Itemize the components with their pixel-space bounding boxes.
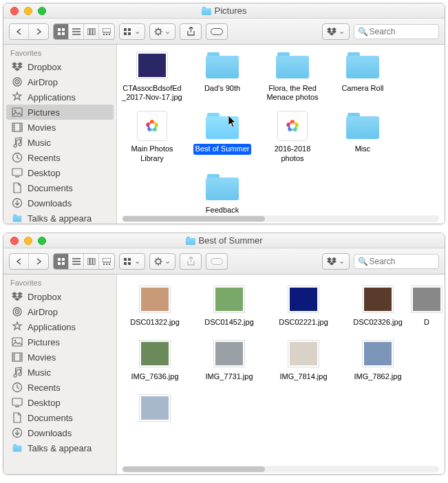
file-item[interactable]: Dad's 90th: [190, 50, 255, 103]
svg-rect-34: [103, 264, 105, 265]
sidebar-item-movies[interactable]: Movies: [3, 350, 116, 365]
file-item[interactable]: [122, 393, 187, 426]
sidebar-item-dropbox[interactable]: Dropbox: [3, 289, 116, 304]
folder-icon: [345, 111, 381, 141]
svg-point-21: [14, 110, 17, 112]
sidebar-item-documents[interactable]: Documents: [3, 180, 116, 195]
zoom-button[interactable]: [38, 237, 46, 245]
sidebar-item-desktop[interactable]: Desktop: [3, 395, 116, 410]
file-item[interactable]: DSC01322.jpg: [122, 284, 187, 328]
scrollbar-horizontal[interactable]: [122, 215, 439, 222]
sidebar-icon: [12, 412, 23, 423]
gallery-view-button[interactable]: [99, 254, 114, 269]
file-item[interactable]: Main Photos Library: [120, 111, 184, 163]
sidebar-icon: [12, 291, 23, 302]
svg-rect-27: [62, 258, 65, 261]
sidebar-item-airdrop[interactable]: AirDrop: [3, 74, 116, 89]
svg-point-47: [14, 340, 17, 342]
toolbar: ⌄ ⌄ ⌄ 🔍: [3, 19, 445, 45]
group-by-button[interactable]: ⌄: [119, 253, 145, 270]
sidebar-item-label: Documents: [28, 413, 73, 423]
file-item[interactable]: Camera Roll: [330, 50, 395, 103]
action-button[interactable]: ⌄: [149, 23, 175, 40]
close-button[interactable]: [10, 7, 19, 15]
zoom-button[interactable]: [38, 7, 46, 15]
file-item[interactable]: DSC01452.jpg: [197, 284, 262, 328]
dropbox-button[interactable]: ⌄: [322, 253, 350, 270]
content-area[interactable]: DSC01322.jpgDSC01452.jpgDSC02221.jpgDSC0…: [117, 275, 445, 474]
sidebar-item-music[interactable]: Music: [3, 135, 116, 150]
file-item[interactable]: Flora, the Red Menace photos: [260, 50, 325, 103]
sidebar-item-pictures[interactable]: Pictures: [6, 105, 114, 120]
file-item[interactable]: IMG_7636.jpg: [122, 339, 187, 382]
icon-view-button[interactable]: [54, 24, 69, 39]
column-view-button[interactable]: [84, 254, 99, 269]
sidebar-item-recents[interactable]: Recents: [3, 150, 116, 165]
group-by-button[interactable]: ⌄: [119, 23, 145, 40]
sidebar-item-downloads[interactable]: Downloads: [3, 425, 116, 440]
minimize-button[interactable]: [24, 237, 32, 245]
sidebar-item-label: Movies: [28, 352, 56, 363]
sidebar-item-talks-appeara[interactable]: Talks & appeara: [3, 211, 116, 224]
sidebar-item-applications[interactable]: Applications: [3, 89, 116, 105]
list-view-button[interactable]: [69, 254, 84, 269]
file-item-label: Flora, the Red Menace photos: [260, 83, 325, 103]
forward-button[interactable]: [29, 24, 48, 39]
svg-rect-46: [12, 338, 22, 346]
image-thumbnail: [409, 284, 445, 314]
action-button[interactable]: ⌄: [149, 253, 175, 270]
sidebar-item-airdrop[interactable]: AirDrop: [3, 304, 116, 319]
svg-rect-3: [62, 32, 65, 35]
dropbox-button[interactable]: ⌄: [322, 23, 350, 40]
file-item-label: Camera Roll: [339, 83, 385, 94]
sidebar-item-label: Downloads: [28, 198, 72, 208]
file-item[interactable]: DSC02221.jpg: [271, 284, 336, 328]
sidebar-item-music[interactable]: Music: [3, 365, 116, 380]
search-field[interactable]: 🔍: [354, 254, 440, 269]
close-button[interactable]: [10, 237, 19, 245]
titlebar[interactable]: Pictures: [3, 3, 445, 19]
sidebar-item-downloads[interactable]: Downloads: [3, 195, 116, 211]
back-button[interactable]: [10, 24, 29, 39]
scrollbar-horizontal[interactable]: [122, 466, 439, 473]
file-item[interactable]: CTAssocBdsofEd_2017-Nov-17.jpg: [120, 50, 184, 103]
titlebar[interactable]: Best of Summer: [3, 233, 445, 248]
sidebar-item-talks-appeara[interactable]: Talks & appeara: [3, 440, 116, 455]
content-area[interactable]: CTAssocBdsofEd_2017-Nov-17.jpgDad's 90th…: [117, 45, 445, 224]
file-item[interactable]: 2016-2018 photos: [260, 111, 325, 163]
back-button[interactable]: [10, 254, 29, 269]
list-view-button[interactable]: [69, 24, 84, 39]
file-item[interactable]: IMG_7814.jpg: [271, 339, 336, 382]
file-item[interactable]: Feedback: [190, 172, 255, 215]
file-item[interactable]: Misc: [330, 111, 395, 163]
sidebar-item-dropbox[interactable]: Dropbox: [3, 59, 116, 74]
sidebar-icon: [12, 61, 23, 72]
file-item[interactable]: DSC02326.jpg: [345, 284, 410, 328]
sidebar-item-documents[interactable]: Documents: [3, 410, 116, 425]
sidebar-item-label: Dropbox: [28, 292, 61, 302]
share-button[interactable]: [180, 23, 202, 40]
share-button[interactable]: [180, 253, 202, 270]
sidebar-item-movies[interactable]: Movies: [3, 120, 116, 135]
column-view-button[interactable]: [84, 24, 99, 39]
forward-button[interactable]: [29, 254, 48, 269]
sidebar-icon: [12, 197, 23, 208]
file-item[interactable]: IMG_7731.jpg: [197, 339, 262, 382]
gallery-view-button[interactable]: [99, 24, 114, 39]
sidebar-item-label: Downloads: [28, 428, 72, 438]
minimize-button[interactable]: [24, 7, 32, 15]
folder-icon: [275, 50, 310, 80]
tags-button[interactable]: [206, 23, 228, 40]
sidebar-item-desktop[interactable]: Desktop: [3, 165, 116, 180]
file-item[interactable]: Best of Summer: [190, 111, 255, 163]
file-item[interactable]: IMG_7862.jpg: [345, 339, 410, 382]
image-thumbnail: [137, 284, 173, 314]
file-item[interactable]: D: [420, 284, 434, 328]
icon-view-button[interactable]: [54, 254, 69, 269]
tags-button[interactable]: [206, 253, 228, 270]
sidebar-item-pictures[interactable]: Pictures: [3, 334, 116, 350]
folder-icon: [185, 237, 195, 245]
sidebar-item-applications[interactable]: Applications: [3, 319, 116, 334]
search-field[interactable]: 🔍: [354, 24, 440, 39]
sidebar-item-recents[interactable]: Recents: [3, 380, 116, 395]
